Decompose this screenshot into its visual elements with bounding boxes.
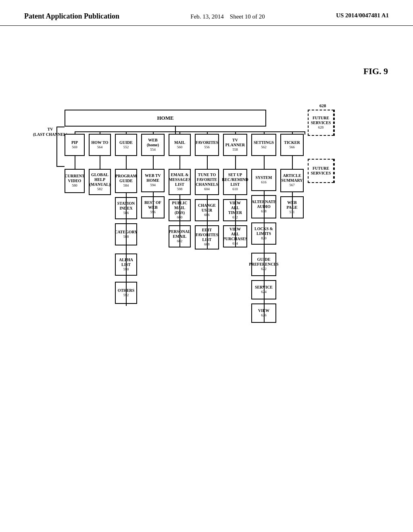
tv-bracket-bottom bbox=[56, 166, 65, 167]
pub-date: Feb. 13, 2014 bbox=[190, 13, 224, 20]
email-messages-box: EMAIL & MESSAGES LIST 598 bbox=[169, 169, 191, 195]
drop-settings bbox=[264, 131, 265, 135]
label-628: 628 bbox=[319, 103, 326, 108]
publication-date-sheet: Feb. 13, 2014 Sheet 10 of 20 bbox=[190, 12, 265, 21]
mail-box: MAIL 560 bbox=[169, 134, 191, 156]
program-guide-box: PROGRAM GUIDE 584 bbox=[115, 169, 137, 193]
system-box: SYSTEM 616 bbox=[251, 169, 276, 191]
publication-title: Patent Application Publication bbox=[24, 12, 119, 21]
vert-mail-chain bbox=[179, 195, 180, 247]
web-home-box: WEB (home) 554 bbox=[141, 134, 165, 156]
patent-number: US 2014/0047481 A1 bbox=[336, 12, 389, 19]
drop-web bbox=[153, 131, 154, 135]
howto-box: HOW TO 564 bbox=[89, 134, 111, 156]
main-content: FIG. 9 TV(LAST CHANNEL) ~550 HOME PIP 56… bbox=[0, 26, 413, 505]
vert-tick-chain bbox=[292, 192, 293, 218]
drop-pip bbox=[75, 131, 75, 135]
tv-bracket-line bbox=[56, 127, 57, 167]
drop-ticker bbox=[292, 131, 293, 135]
h-line-level1 bbox=[75, 131, 305, 132]
favorites-box: FAVORITES 556 bbox=[195, 134, 219, 156]
drop-guide bbox=[126, 131, 127, 135]
vert-guide-down bbox=[126, 156, 127, 169]
webtv-home-box: WEB TV HOME 594 bbox=[141, 169, 165, 192]
figure-diagram: FIG. 9 TV(LAST CHANNEL) ~550 HOME PIP 56… bbox=[29, 34, 392, 497]
vert-fav-down bbox=[207, 156, 208, 169]
future-services-top-box: FUTURE SERVICES 628 bbox=[308, 110, 334, 136]
vert-fav-chain bbox=[207, 195, 208, 249]
drop-future bbox=[305, 131, 305, 135]
global-help-box: GLOBAL HELP (MANUAL) 582 bbox=[89, 169, 111, 195]
vert-mail-down bbox=[179, 156, 180, 169]
current-video-box: CURRENT VIDEO 580 bbox=[65, 169, 85, 193]
drop-tvplan bbox=[235, 131, 236, 135]
connector-home bbox=[175, 127, 176, 134]
page-header: Patent Application Publication Feb. 13, … bbox=[0, 0, 413, 26]
figure-label: FIG. 9 bbox=[363, 66, 388, 77]
drop-mail bbox=[179, 131, 180, 135]
article-summary-box: ARTICLE SUMMARY 567 bbox=[280, 169, 304, 192]
vert-howto-gh bbox=[100, 156, 100, 169]
drop-howto bbox=[100, 131, 100, 135]
dashed-line-628 bbox=[334, 110, 335, 136]
vert-tick-down bbox=[292, 156, 293, 169]
vert-pip-cv bbox=[75, 156, 75, 169]
drop-fav bbox=[207, 131, 208, 135]
dashed-line-2 bbox=[334, 159, 335, 183]
future-services-2-box: FUTURE SERVICES bbox=[308, 159, 334, 183]
vert-set-down bbox=[264, 156, 265, 169]
vert-tvp-down bbox=[235, 156, 236, 169]
pip-box: PIP 569 bbox=[65, 134, 85, 156]
sheet-info: Sheet 10 of 20 bbox=[230, 13, 265, 20]
vert-guide-chain bbox=[126, 193, 127, 306]
tv-label: TV(LAST CHANNEL) bbox=[33, 127, 67, 137]
tv-bracket-top bbox=[56, 127, 65, 127]
ticker-box: TICKER 566 bbox=[280, 134, 304, 156]
setup-rec-box: SET UP REC/REMIND LIST 610 bbox=[223, 169, 247, 195]
vert-web-down bbox=[153, 156, 154, 169]
vert-web-chain bbox=[153, 192, 154, 218]
tv-planner-box: TV PLANNER 558 bbox=[223, 134, 247, 156]
home-box: HOME bbox=[65, 110, 266, 127]
settings-box: SETTINGS 562 bbox=[251, 134, 276, 156]
tune-favorite-box: TUNE TO FAVORITE CHANNELS 604 bbox=[195, 169, 219, 195]
guide-box: GUIDE 552 bbox=[115, 134, 137, 156]
vert-set-chain bbox=[264, 191, 265, 323]
vert-tvp-chain bbox=[235, 195, 236, 247]
